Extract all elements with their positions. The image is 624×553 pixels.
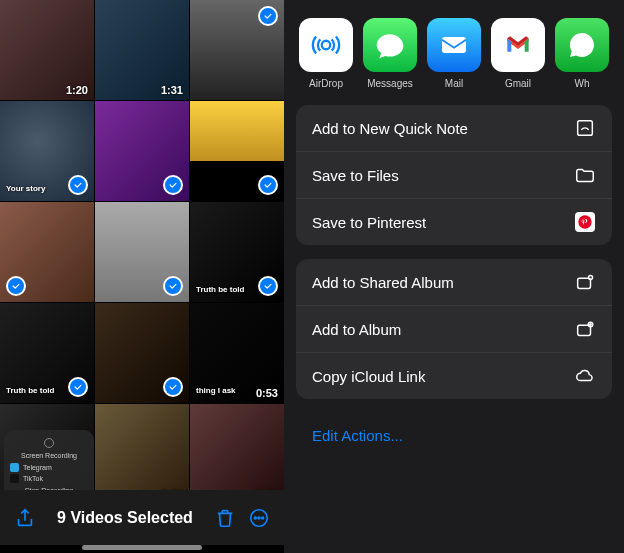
video-thumbnail[interactable]: 1:20	[0, 0, 94, 100]
svg-point-4	[322, 41, 331, 50]
duration-label: 1:20	[66, 84, 88, 96]
action-row[interactable]: Copy iCloud Link	[296, 352, 612, 399]
popup-option-label: Telegram	[23, 464, 52, 471]
airdrop-icon	[299, 18, 353, 72]
bottom-toolbar: 9 Videos Selected	[0, 490, 284, 545]
action-label: Save to Files	[312, 167, 399, 184]
gmail-icon	[491, 18, 545, 72]
video-thumbnail[interactable]	[190, 0, 284, 100]
video-thumbnail[interactable]: 1:31	[95, 0, 189, 100]
thumbnail-bg	[95, 404, 189, 490]
thumb-caption: thing I ask	[196, 386, 236, 395]
duration-label: 0:53	[256, 387, 278, 399]
share-sheet: AirDropMessagesMailGmailWh Add to New Qu…	[284, 0, 624, 553]
svg-rect-10	[578, 325, 591, 335]
svg-point-9	[588, 275, 592, 279]
thumb-caption: Truth be told	[196, 285, 244, 294]
share-button[interactable]	[14, 507, 36, 529]
actions-group-2: Add to Shared AlbumAdd to AlbumCopy iClo…	[296, 259, 612, 399]
app-label: Mail	[445, 78, 463, 89]
record-indicator-icon	[44, 438, 54, 448]
popup-title: Screen Recording	[10, 452, 88, 459]
video-thumbnail[interactable]: 0:31	[190, 404, 284, 490]
selected-check-icon	[163, 276, 183, 296]
svg-point-3	[262, 517, 264, 519]
thumb-caption: Your story	[6, 184, 45, 193]
action-label: Add to Album	[312, 321, 401, 338]
duration-label: 1:31	[161, 84, 183, 96]
svg-point-2	[258, 517, 260, 519]
selected-check-icon	[68, 175, 88, 195]
svg-rect-8	[578, 278, 591, 288]
video-thumbnail[interactable]	[95, 303, 189, 403]
home-indicator	[82, 545, 202, 550]
action-label: Add to Shared Album	[312, 274, 454, 291]
app-label: Messages	[367, 78, 413, 89]
action-label: Save to Pinterest	[312, 214, 426, 231]
selected-check-icon	[163, 377, 183, 397]
video-thumbnail[interactable]	[95, 101, 189, 201]
share-app[interactable]: Mail	[426, 18, 482, 89]
action-row[interactable]: Add to Album	[296, 305, 612, 352]
share-app[interactable]: Messages	[362, 18, 418, 89]
app-label: Gmail	[505, 78, 531, 89]
selection-count: 9 Videos Selected	[48, 509, 202, 527]
action-row[interactable]: Add to Shared Album	[296, 259, 612, 305]
popup-option-label: TikTok	[23, 475, 43, 482]
app-label: AirDrop	[309, 78, 343, 89]
video-thumbnail[interactable]: Truth be told	[190, 202, 284, 302]
addalbum-icon	[574, 320, 596, 338]
video-thumbnail[interactable]: Your story	[0, 101, 94, 201]
selected-check-icon	[163, 175, 183, 195]
video-thumbnail[interactable]	[95, 202, 189, 302]
selected-check-icon	[258, 276, 278, 296]
more-button[interactable]	[248, 507, 270, 529]
thumb-caption: Truth be told	[6, 386, 54, 395]
svg-point-1	[254, 517, 256, 519]
pinterest-icon	[574, 213, 596, 231]
app-mini-icon	[10, 463, 19, 472]
sharedalbum-icon	[574, 273, 596, 291]
quicknote-icon	[574, 119, 596, 137]
app-label: Wh	[575, 78, 590, 89]
share-app[interactable]: Gmail	[490, 18, 546, 89]
app-mini-icon	[10, 474, 19, 483]
edit-actions-link[interactable]: Edit Actions...	[284, 413, 624, 458]
selected-check-icon	[68, 377, 88, 397]
thumbnail-bg	[190, 404, 284, 490]
svg-point-7	[578, 215, 591, 228]
trash-button[interactable]	[214, 507, 236, 529]
actions-group-1: Add to New Quick NoteSave to FilesSave t…	[296, 105, 612, 245]
action-label: Copy iCloud Link	[312, 368, 425, 385]
share-apps-row: AirDropMessagesMailGmailWh	[284, 8, 624, 105]
selected-check-icon	[258, 6, 278, 26]
action-row[interactable]: Save to Pinterest	[296, 198, 612, 245]
mail-icon	[427, 18, 481, 72]
photos-selection-screen: 1:201:31Your storyTruth be toldTruth be …	[0, 0, 284, 553]
video-thumbnail[interactable]: 0:53thing I ask	[190, 303, 284, 403]
selected-check-icon	[258, 175, 278, 195]
video-grid: 1:201:31Your storyTruth be toldTruth be …	[0, 0, 284, 490]
message-icon	[363, 18, 417, 72]
action-label: Add to New Quick Note	[312, 120, 468, 137]
video-thumbnail[interactable]: 0:25Screen RecordingTelegramTikTokStop R…	[0, 404, 94, 490]
video-thumbnail[interactable]: 0:30	[95, 404, 189, 490]
action-row[interactable]: Save to Files	[296, 151, 612, 198]
video-thumbnail[interactable]	[0, 202, 94, 302]
popup-option[interactable]: TikTok	[10, 474, 88, 483]
folder-icon	[574, 166, 596, 184]
svg-rect-5	[442, 37, 466, 53]
whatsapp-icon	[555, 18, 609, 72]
screen-recording-popup[interactable]: Screen RecordingTelegramTikTokStop Recor…	[4, 430, 94, 490]
video-thumbnail[interactable]	[190, 101, 284, 201]
share-app[interactable]: Wh	[554, 18, 610, 89]
selected-check-icon	[6, 276, 26, 296]
popup-option[interactable]: Telegram	[10, 463, 88, 472]
share-app[interactable]: AirDrop	[298, 18, 354, 89]
action-row[interactable]: Add to New Quick Note	[296, 105, 612, 151]
cloud-icon	[574, 367, 596, 385]
video-thumbnail[interactable]: Truth be told	[0, 303, 94, 403]
